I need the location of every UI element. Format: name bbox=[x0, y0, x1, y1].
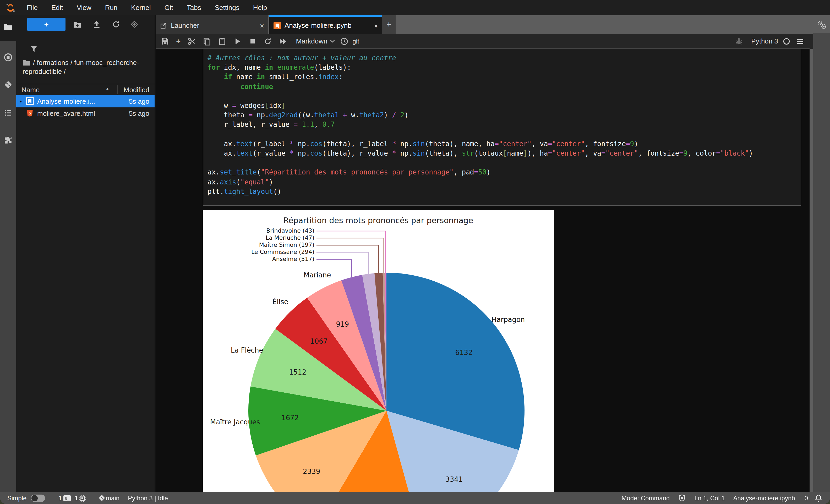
running-kernels-icon[interactable] bbox=[4, 53, 12, 62]
pie-callout-line-Brindavoine bbox=[317, 231, 386, 273]
file-list-header[interactable]: Name ▲ Modified bbox=[16, 84, 155, 95]
run-icon[interactable] bbox=[233, 37, 242, 45]
menu-item-edit[interactable]: Edit bbox=[44, 0, 70, 15]
close-icon[interactable]: × bbox=[260, 21, 264, 30]
pie-label: Élise bbox=[273, 297, 288, 306]
scrollbar-handle[interactable] bbox=[809, 15, 813, 492]
file-name: moliere_avare.html bbox=[37, 109, 95, 117]
notebook-toolbar: + bbox=[156, 34, 809, 49]
launcher-icon bbox=[160, 22, 167, 29]
filter-icon[interactable] bbox=[30, 45, 38, 53]
command-mode-indicator[interactable]: Mode: Command bbox=[621, 494, 670, 502]
git-branch-name[interactable]: main bbox=[106, 494, 120, 502]
add-cell-icon[interactable]: + bbox=[176, 37, 181, 45]
tab-analyse-moliere[interactable]: Analyse-moliere.ipynb ● bbox=[269, 15, 382, 34]
column-divider bbox=[117, 85, 118, 94]
active-file-name[interactable]: Analyse-moliere.ipynb bbox=[733, 494, 795, 502]
file-row-analyse-moliere[interactable]: ● Analyse-moliere.i... 5s ago bbox=[16, 95, 155, 107]
breadcrumb[interactable]: / formations / fun-mooc_recherche-reprod… bbox=[23, 58, 147, 76]
menu-item-git[interactable]: Git bbox=[158, 0, 180, 15]
restart-run-all-icon[interactable] bbox=[279, 37, 287, 45]
history-clock-icon[interactable] bbox=[340, 37, 348, 45]
stop-icon[interactable] bbox=[248, 37, 257, 45]
copy-icon[interactable] bbox=[203, 37, 211, 45]
sort-ascending-icon: ▲ bbox=[105, 87, 109, 91]
terminal-icon[interactable]: $_ bbox=[63, 494, 71, 502]
refresh-icon[interactable] bbox=[111, 20, 121, 29]
svg-text:5: 5 bbox=[29, 111, 31, 115]
menu-item-settings[interactable]: Settings bbox=[208, 0, 246, 15]
gears-settings-icon[interactable] bbox=[817, 20, 827, 30]
pie-label: Maître Simon (197) bbox=[259, 242, 314, 248]
pie-label: 919 bbox=[336, 320, 349, 328]
folder-icon[interactable] bbox=[4, 23, 12, 31]
kernel-name[interactable]: Python 3 bbox=[751, 37, 778, 45]
main-dock-panel: Launcher × Analyse-moliere.ipynb ● + bbox=[156, 15, 809, 492]
column-modified[interactable]: Modified bbox=[124, 86, 149, 94]
new-folder-icon[interactable] bbox=[73, 20, 82, 29]
folder-icon bbox=[23, 59, 30, 66]
pie-label: La Merluche (47) bbox=[266, 234, 314, 241]
notebook-icon bbox=[26, 97, 34, 105]
chart-title: Répartition des mots prononcés par perso… bbox=[203, 216, 554, 225]
menu-item-file[interactable]: File bbox=[20, 0, 44, 15]
extensions-icon[interactable] bbox=[4, 136, 12, 145]
tab-label: Analyse-moliere.ipynb bbox=[285, 22, 371, 29]
git-icon[interactable] bbox=[4, 80, 12, 89]
git-clone-icon[interactable] bbox=[130, 20, 139, 29]
table-of-contents-icon[interactable] bbox=[4, 108, 12, 117]
kernel-chip-icon[interactable] bbox=[78, 494, 87, 502]
pie-label: 3341 bbox=[445, 475, 463, 483]
notebook-icon bbox=[274, 22, 281, 29]
file-modified: 5s ago bbox=[129, 109, 149, 117]
right-sidebar-strip bbox=[813, 15, 830, 492]
git-branch-icon[interactable] bbox=[98, 494, 106, 502]
menu-item-run[interactable]: Run bbox=[98, 0, 124, 15]
kernel-status-icon bbox=[782, 37, 791, 45]
cell-type-dropdown[interactable]: Markdown bbox=[296, 37, 335, 45]
file-modified: 5s ago bbox=[129, 97, 149, 105]
more-commands-icon[interactable] bbox=[796, 37, 804, 45]
menu-item-help[interactable]: Help bbox=[246, 0, 274, 15]
pie-label: La Flèche bbox=[231, 346, 263, 354]
simple-mode-toggle[interactable] bbox=[31, 494, 45, 502]
tab-launcher[interactable]: Launcher × bbox=[156, 15, 268, 34]
restart-kernel-icon[interactable] bbox=[263, 37, 272, 45]
trust-shield-icon[interactable] bbox=[678, 494, 686, 502]
git-toolbar-button[interactable]: git bbox=[352, 37, 359, 45]
save-icon[interactable] bbox=[161, 37, 169, 45]
code-cell[interactable]: # Autres rôles : nom autour + valeur au … bbox=[203, 49, 801, 206]
kernel-status-text[interactable]: Python 3 | Idle bbox=[128, 494, 168, 502]
bell-icon[interactable] bbox=[814, 494, 823, 502]
unsaved-dot: ● bbox=[374, 22, 378, 29]
code-editor[interactable]: # Autres rôles : nom autour + valeur au … bbox=[203, 49, 801, 196]
notebook-scroll-area[interactable]: # Autres rôles : nom autour + valeur au … bbox=[156, 49, 809, 492]
file-browser-panel: + / formations / fun-mooc_recherche-repr… bbox=[16, 15, 155, 492]
tab-bar-empty bbox=[395, 15, 809, 34]
html5-icon: 5 bbox=[26, 109, 34, 117]
file-row-moliere-avare[interactable]: 5 moliere_avare.html 5s ago bbox=[16, 107, 155, 120]
cut-icon[interactable] bbox=[188, 37, 196, 45]
notification-count: 0 bbox=[805, 494, 808, 502]
menu-item-view[interactable]: View bbox=[70, 0, 98, 15]
cell-output-figure: Harpagon613233412339Maître Jacques1672La… bbox=[203, 210, 554, 492]
pie-callout-line-Le Commissaire bbox=[317, 252, 369, 274]
status-bar: Simple 1 $_ 1 main Python 3 | Idle Mode:… bbox=[0, 492, 830, 504]
jupyter-logo-icon bbox=[5, 2, 16, 13]
paste-icon[interactable] bbox=[218, 37, 226, 45]
new-launcher-button[interactable]: + bbox=[27, 18, 65, 31]
pie-label: Anselme (517) bbox=[272, 256, 314, 262]
menu-bar: File Edit View Run Kernel Git Tabs Setti… bbox=[0, 0, 830, 15]
menu-item-tabs[interactable]: Tabs bbox=[180, 0, 208, 15]
pie-label: 6132 bbox=[455, 349, 473, 356]
pie-label: 2339 bbox=[303, 468, 320, 475]
column-name[interactable]: Name bbox=[22, 86, 39, 94]
debugger-bug-icon[interactable] bbox=[734, 37, 743, 45]
menu-item-kernel[interactable]: Kernel bbox=[124, 0, 157, 15]
tab-label: Launcher bbox=[171, 22, 256, 29]
upload-icon[interactable] bbox=[92, 20, 101, 29]
simple-mode-label: Simple bbox=[7, 494, 27, 502]
new-tab-button[interactable]: + bbox=[382, 15, 395, 34]
cursor-position[interactable]: Ln 1, Col 1 bbox=[694, 494, 725, 502]
terminals-count: 1 bbox=[58, 494, 62, 502]
